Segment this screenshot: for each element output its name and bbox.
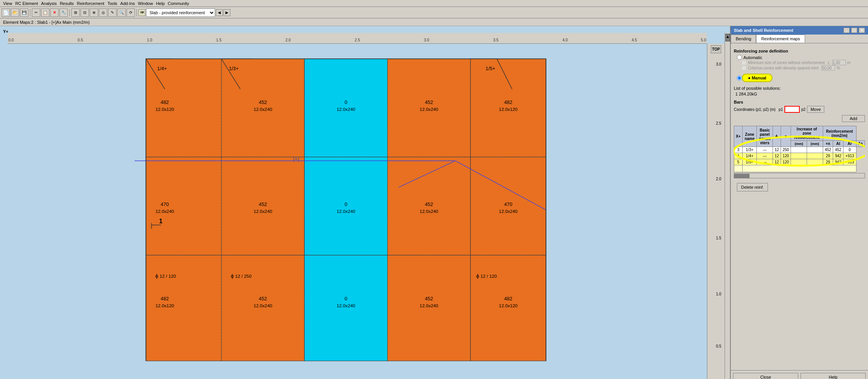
toolbar-btn-d[interactable]: ◎	[99, 8, 107, 17]
cell-phi-4: 12	[773, 153, 781, 159]
p2-label: p2	[801, 107, 806, 112]
table-horizontal-scrollbar[interactable]	[734, 173, 865, 178]
slab-canvas: 1/4+ 482 12.0x120 1/3+ 452 12.0x240 0 12…	[0, 44, 707, 379]
toolbar-tools-btn[interactable]: 🔧	[59, 8, 68, 17]
close-button[interactable]: Close	[733, 373, 798, 379]
add-button[interactable]: Add	[842, 115, 865, 122]
svg-text:452: 452	[425, 296, 433, 302]
scale-mark-45: 4.5	[631, 38, 637, 42]
col-header-basic: Basicpanelparameters	[757, 126, 773, 147]
vertical-scrollbar[interactable]: ▲ ▼	[725, 33, 730, 379]
scale-right: TOP 3.0 2.5 2.0 1.5 1.0 0.5	[707, 44, 725, 379]
automatic-radio-input[interactable]	[737, 55, 742, 60]
toolbar-btn-f[interactable]: 🔍	[117, 8, 126, 17]
window-title: Element Maps:2 : Slab1 - [+]Ax Main (mm2…	[0, 18, 868, 26]
toolbar-btn-c[interactable]: ⊕	[90, 8, 98, 17]
cell-ar-4: 942	[833, 153, 843, 159]
toolbar-open-btn[interactable]: 📂	[11, 8, 19, 17]
toolbar-btn-a[interactable]: ⊞	[71, 8, 80, 17]
radio-automatic[interactable]: Automatic	[737, 55, 865, 60]
right-scale-25: 2.5	[716, 121, 722, 125]
criterion-input	[822, 65, 835, 71]
svg-text:1/4+: 1/4+	[157, 66, 167, 71]
panel-titlebar: Slab and Shell Reinforcement _ □ ✕	[731, 26, 868, 35]
tab-bending[interactable]: Bending	[731, 35, 756, 43]
svg-text:12.0x240: 12.0x240	[337, 303, 355, 308]
manual-button[interactable]: ● Manual	[742, 74, 773, 82]
col-header-reinf: Reinforcement(mm2/m)	[823, 126, 856, 141]
table-row[interactable]: 3 1/3+ --- 12 250 452 452 0	[734, 147, 865, 153]
toolbar-cut-btn[interactable]: ✂	[32, 8, 40, 17]
checkbox-minimum[interactable]: Minimum size of zones without reinforcem…	[741, 60, 865, 65]
panel-minimize-btn[interactable]: _	[843, 28, 850, 33]
scale-mark-2: 2.0	[285, 38, 291, 42]
manual-radio-input[interactable]	[737, 76, 742, 81]
toolbar-new-btn[interactable]: 📄	[2, 8, 10, 17]
tab-reinforcement-maps[interactable]: Reinforcement maps	[756, 35, 805, 43]
cell-at-3: 452	[823, 147, 833, 153]
menu-help[interactable]: Help	[155, 0, 166, 7]
svg-text:12.0x240: 12.0x240	[253, 107, 272, 112]
toolbar-save-btn[interactable]: 💾	[20, 8, 28, 17]
cell-as-3: 0	[843, 147, 856, 153]
toolbar-btn-e[interactable]: ✎	[108, 8, 117, 17]
automatic-label: Automatic	[743, 55, 762, 60]
delete-reinf-button[interactable]: Delete reinf.	[737, 183, 768, 191]
menu-reinforcement[interactable]: Reinforcement	[76, 0, 106, 7]
p1-input[interactable]	[784, 106, 800, 113]
help-button[interactable]: Help	[801, 373, 866, 379]
criterion-checkbox-label: Criterion-zones with densely-spaced rein…	[748, 66, 819, 70]
cell-n-3	[807, 147, 823, 153]
menu-community[interactable]: Community	[166, 0, 191, 7]
nav-prev-btn[interactable]: ◀	[216, 9, 223, 16]
toolbar-btn-b[interactable]: ⊟	[81, 8, 89, 17]
map-type-dropdown[interactable]: Slab - provided reinforcement	[146, 8, 215, 17]
toolbar-copy-btn[interactable]: 📋	[41, 8, 49, 17]
svg-text:12.0x240: 12.0x240	[420, 107, 439, 112]
menu-view[interactable]: View	[2, 0, 14, 7]
menu-tools[interactable]: Tools	[106, 0, 119, 7]
move-button[interactable]: Move	[807, 106, 824, 113]
svg-text:470: 470	[504, 201, 512, 207]
col-header-mm-s: (mm)	[807, 141, 823, 147]
radio-manual-container[interactable]: ● Manual	[737, 72, 865, 84]
toolbar-btn-g[interactable]: ⟳	[127, 8, 135, 17]
menu-addins[interactable]: Add-Ins	[119, 0, 136, 7]
cell-n-5	[807, 159, 823, 165]
bars-coordinates: Coordinates (p1; p2) (m) p1 p2 Move	[734, 106, 865, 113]
cell-zone-13: 1/3+	[743, 147, 757, 153]
cell-n-4	[807, 153, 823, 159]
table-row-empty[interactable]	[734, 165, 865, 172]
cell-basic-5: ---	[757, 159, 773, 165]
menu-results[interactable]: Results	[58, 0, 76, 7]
scale-mark-1: 1.0	[147, 38, 152, 42]
separator-3	[136, 9, 137, 16]
cell-increase-n-3	[791, 147, 807, 153]
scrollbar-thumb-top[interactable]: ▲	[725, 34, 730, 41]
svg-text:452: 452	[259, 201, 267, 207]
table-row[interactable]: 4 1/4+ --- 12 120 29 942 +913	[734, 153, 865, 159]
menu-analysis[interactable]: Analysis	[39, 0, 58, 7]
cell-increase-n-5	[791, 159, 807, 165]
toolbar-x-btn[interactable]: ✕	[50, 8, 59, 17]
svg-text:452: 452	[259, 296, 267, 302]
menu-rc-element[interactable]: RC Element	[14, 0, 39, 7]
scale-mark-4: 4.0	[562, 38, 568, 42]
scale-mark-15: 1.5	[216, 38, 222, 42]
nav-next-btn[interactable]: ▶	[224, 9, 230, 16]
panel-maximize-btn[interactable]: □	[851, 28, 857, 33]
panel-close-btn[interactable]: ✕	[859, 28, 865, 33]
col-header-mm-phi: (mm)	[791, 141, 807, 147]
L-unit: m	[847, 61, 850, 65]
checkbox-criterion[interactable]: Criterion-zones with densely-spaced rein…	[741, 65, 865, 71]
col-header-x: X+	[734, 126, 743, 147]
right-scale-1: 1.0	[716, 292, 722, 296]
top-button[interactable]: TOP	[711, 45, 721, 53]
svg-text:12.0x240: 12.0x240	[253, 209, 272, 214]
col-header-ar: Ar	[843, 141, 856, 147]
menu-window[interactable]: Window	[136, 0, 155, 7]
col-header-as: As	[856, 141, 865, 147]
scale-mark-3: 3.0	[424, 38, 429, 42]
cell-empty-x[interactable]	[734, 165, 743, 172]
table-row[interactable]: 5 1/5+ --- 12 120 29 942 +913	[734, 159, 865, 165]
